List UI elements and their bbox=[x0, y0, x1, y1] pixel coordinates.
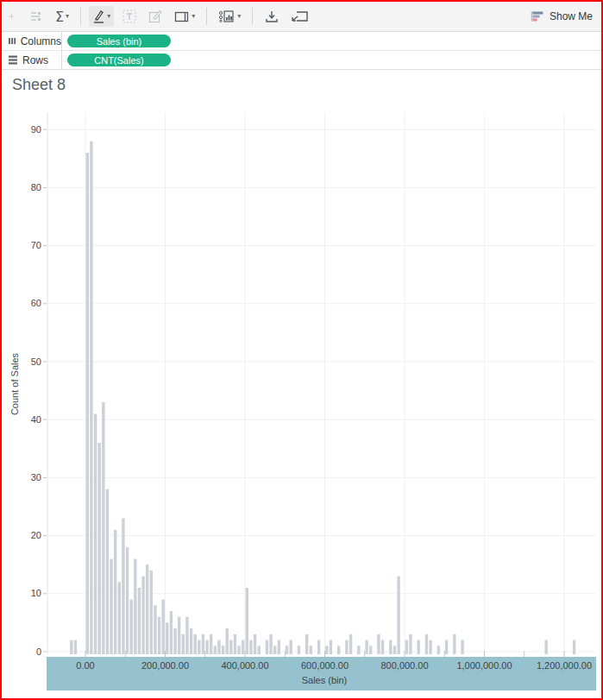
histogram-bar[interactable] bbox=[246, 588, 248, 654]
histogram-bar[interactable] bbox=[445, 640, 448, 654]
histogram-bar[interactable] bbox=[138, 588, 141, 654]
histogram-bar[interactable] bbox=[90, 142, 92, 654]
histogram-bar[interactable] bbox=[146, 564, 148, 654]
histogram-bar[interactable] bbox=[242, 640, 244, 654]
histogram-bar[interactable] bbox=[269, 634, 272, 654]
histogram-bar[interactable] bbox=[273, 646, 276, 654]
histogram-bar[interactable] bbox=[114, 530, 116, 654]
histogram-bar[interactable] bbox=[393, 646, 396, 654]
histogram-bar[interactable] bbox=[257, 646, 260, 654]
histogram-bar[interactable] bbox=[205, 640, 208, 654]
histogram-bar[interactable] bbox=[86, 153, 89, 654]
histogram-bar[interactable] bbox=[254, 634, 256, 654]
y-tick-label: 10 bbox=[14, 588, 41, 598]
histogram-bar[interactable] bbox=[310, 646, 312, 654]
histogram-bar[interactable] bbox=[225, 628, 228, 654]
y-axis-title: Count of Sales bbox=[9, 345, 20, 423]
histogram-plot bbox=[2, 2, 601, 698]
y-tick-label: 20 bbox=[14, 530, 41, 540]
histogram-bar[interactable] bbox=[134, 558, 136, 654]
histogram-bar[interactable] bbox=[229, 640, 232, 654]
histogram-bar[interactable] bbox=[437, 646, 440, 654]
histogram-bar[interactable] bbox=[417, 640, 419, 654]
histogram-bar[interactable] bbox=[182, 634, 185, 654]
y-tick-label: 60 bbox=[14, 298, 41, 308]
histogram-bar[interactable] bbox=[110, 558, 112, 654]
histogram-bar[interactable] bbox=[298, 646, 300, 654]
histogram-bar[interactable] bbox=[381, 640, 384, 654]
histogram-bar[interactable] bbox=[234, 634, 236, 654]
y-tick-label: 70 bbox=[14, 240, 41, 250]
histogram-bar[interactable] bbox=[409, 634, 411, 654]
histogram-bar[interactable] bbox=[573, 640, 575, 654]
y-tick-label: 30 bbox=[14, 472, 41, 482]
histogram-bar[interactable] bbox=[325, 646, 328, 654]
histogram-bar[interactable] bbox=[405, 640, 408, 654]
histogram-bar[interactable] bbox=[129, 600, 132, 654]
histogram-bar[interactable] bbox=[317, 640, 320, 654]
x-axis-title: Sales (bin) bbox=[268, 675, 380, 685]
histogram-bar[interactable] bbox=[210, 634, 212, 654]
histogram-bar[interactable] bbox=[266, 640, 268, 654]
histogram-bar[interactable] bbox=[214, 646, 217, 654]
histogram-bar[interactable] bbox=[389, 640, 392, 654]
histogram-bar[interactable] bbox=[365, 640, 367, 654]
histogram-bar[interactable] bbox=[461, 640, 463, 654]
histogram-bar[interactable] bbox=[166, 622, 168, 654]
histogram-bar[interactable] bbox=[249, 640, 252, 654]
histogram-bar[interactable] bbox=[122, 518, 124, 654]
histogram-bar[interactable] bbox=[286, 646, 288, 654]
histogram-bar[interactable] bbox=[97, 443, 100, 654]
histogram-bar[interactable] bbox=[222, 646, 224, 654]
histogram-bar[interactable] bbox=[453, 634, 455, 654]
y-tick-label: 80 bbox=[14, 182, 41, 192]
histogram-bar[interactable] bbox=[74, 640, 77, 654]
histogram-bar[interactable] bbox=[118, 582, 121, 654]
histogram-bar[interactable] bbox=[289, 640, 292, 654]
histogram-bar[interactable] bbox=[94, 413, 97, 654]
y-tick-label: 90 bbox=[14, 124, 41, 135]
histogram-bar[interactable] bbox=[126, 547, 129, 654]
histogram-bar[interactable] bbox=[237, 646, 240, 654]
histogram-bar[interactable] bbox=[305, 634, 308, 654]
histogram-bar[interactable] bbox=[173, 628, 176, 654]
histogram-bar[interactable] bbox=[70, 640, 72, 654]
histogram-bar[interactable] bbox=[102, 402, 104, 654]
histogram-bar[interactable] bbox=[278, 640, 280, 654]
y-tick-label: 0 bbox=[14, 646, 41, 657]
histogram-bar[interactable] bbox=[397, 577, 399, 654]
histogram-bar[interactable] bbox=[198, 640, 200, 654]
histogram-bar[interactable] bbox=[193, 634, 196, 654]
histogram-bar[interactable] bbox=[544, 640, 547, 654]
histogram-bar[interactable] bbox=[178, 617, 180, 654]
histogram-bar[interactable] bbox=[377, 634, 380, 654]
histogram-bar[interactable] bbox=[158, 617, 160, 654]
histogram-bar[interactable] bbox=[141, 577, 144, 654]
histogram-bar[interactable] bbox=[185, 617, 188, 654]
histogram-bar[interactable] bbox=[154, 605, 156, 654]
histogram-bar[interactable] bbox=[330, 640, 332, 654]
histogram-bar[interactable] bbox=[349, 634, 352, 654]
histogram-bar[interactable] bbox=[150, 571, 153, 654]
histogram-bar[interactable] bbox=[357, 646, 360, 654]
histogram-bar[interactable] bbox=[369, 646, 372, 654]
x-tick-label: 1,200,000.00 bbox=[517, 660, 603, 671]
histogram-bar[interactable] bbox=[217, 640, 220, 654]
histogram-bar[interactable] bbox=[202, 634, 204, 654]
sheet-canvas: Sheet 8 0102030405060708090 0.00200,000.… bbox=[2, 2, 601, 698]
histogram-bar[interactable] bbox=[429, 640, 431, 654]
histogram-bar[interactable] bbox=[425, 634, 428, 654]
histogram-bar[interactable] bbox=[190, 628, 192, 654]
histogram-bar[interactable] bbox=[106, 489, 109, 654]
tableau-window: Σ ▾ ▾ ▾ ▾ Show bbox=[2, 2, 601, 698]
histogram-bar[interactable] bbox=[161, 600, 164, 654]
histogram-bar[interactable] bbox=[170, 611, 173, 654]
histogram-bar[interactable] bbox=[337, 646, 340, 654]
histogram-bar[interactable] bbox=[345, 640, 348, 654]
